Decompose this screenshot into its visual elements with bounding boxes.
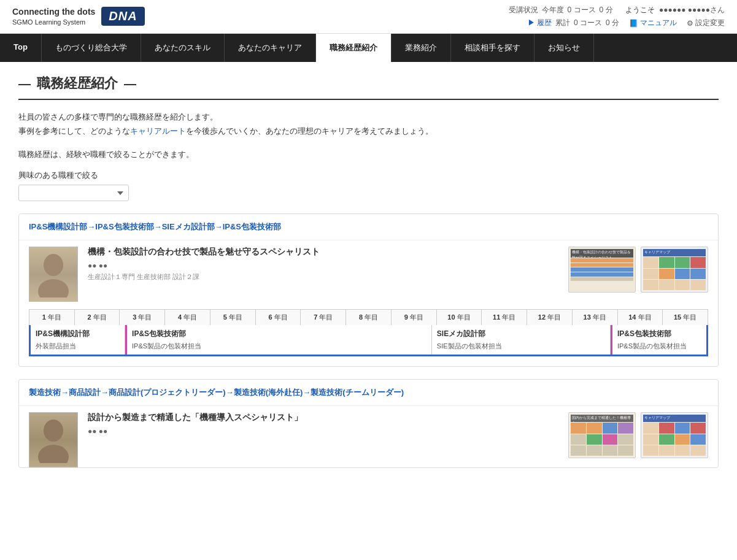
manual-icon: 📘: [629, 19, 638, 28]
dept-block-4: IP&S包装技術部 IP&S製品の包装材担当: [611, 325, 706, 355]
nav-item-consultant[interactable]: 相談相手を探す: [451, 34, 534, 62]
manual-link[interactable]: 📘 マニュアル: [629, 18, 677, 28]
page-description2: 職務経歴は、経験や職種で絞ることができます。: [18, 147, 719, 161]
thumbnail-1a[interactable]: 機構・包装設計の合わせ技で製品を魅せ守るスペシャリスト: [568, 247, 636, 293]
this-year-label: 今年度: [542, 5, 564, 15]
dept-block-1: IP&S機構設計部 外装部品担当: [31, 325, 125, 355]
svg-point-2: [44, 420, 63, 442]
header-links: ▶ 履歴 累計 0 コース 0 分 📘 マニュアル ⚙ 設定変更: [528, 18, 725, 28]
this-year-courses: 0 コース: [568, 5, 596, 15]
timeline-section-1: 1 年目 2 年目 3 年目 4 年目 5 年目 6 年目 7 年目 8 年目 …: [19, 309, 718, 366]
thumbnail-2b[interactable]: キャリアマップ: [641, 412, 708, 458]
gear-icon: ⚙: [687, 19, 693, 28]
filter-label: 興味のある職種で絞る: [18, 170, 719, 181]
career-card-1-header: IP&S機構設計部→IP&S包装技術部→SIEメカ設計部→IP&S包装技術部: [19, 214, 718, 240]
person-name-1: ●● ●●: [88, 261, 558, 270]
avatar-1: [29, 247, 78, 302]
thumbnail-2a[interactable]: 国内から完成まで精通した！機種導入スペシャリスト: [568, 412, 636, 458]
logo-text-block: Connecting the dots SGMO Learning System: [12, 6, 95, 28]
year-12: 12 年目: [527, 310, 573, 325]
dept-name-3: SIEメカ設計部: [437, 329, 605, 339]
career-card-2-header: 製造技術→商品設計→商品設計(プロジェクトリーダー)→製造技術(海外赴任)→製造…: [19, 380, 718, 405]
year-4: 4 年目: [165, 310, 210, 325]
dept-name-2: IP&S包装技術部: [132, 329, 426, 339]
page-description: 社員の皆さんの多様で専門的な職務経歴を紹介します。 事例を参考にして、どのような…: [18, 110, 719, 139]
logo-main: Connecting the dots: [12, 7, 95, 17]
career-path-2-link[interactable]: 製造技術→商品設計→商品設計(プロジェクトリーダー)→製造技術(海外赴任)→製造…: [29, 388, 404, 397]
thumbnail-1b[interactable]: キャリアマップ: [641, 247, 708, 293]
person-title-1: 機構・包装設計の合わせ技で製品を魅せ守るスペシャリスト: [88, 247, 558, 258]
avatar-2-image: [35, 417, 72, 463]
career-card-1: IP&S機構設計部→IP&S包装技術部→SIEメカ設計部→IP&S包装技術部 機…: [18, 213, 719, 367]
person-info-1: 機構・包装設計の合わせ技で製品を魅せ守るスペシャリスト ●● ●● 生産設計１専…: [88, 247, 558, 282]
history-link[interactable]: ▶ 履歴: [528, 18, 552, 28]
nav-item-business[interactable]: 業務紹介: [392, 34, 451, 62]
year-14: 14 年目: [618, 310, 663, 325]
dept-role-4: IP&S製品の包装材担当: [617, 342, 701, 351]
avatar-2: [29, 412, 78, 467]
header-status: 受講状況 今年度 0 コース 0 分 ようこそ ●●●●●● ●●●●●さん: [509, 5, 725, 15]
career-path-1-link[interactable]: IP&S機構設計部→IP&S包装技術部→SIEメカ設計部→IP&S包装技術部: [29, 222, 281, 231]
career-card-1-body: 機構・包装設計の合わせ技で製品を魅せ守るスペシャリスト ●● ●● 生産設計１専…: [19, 240, 718, 302]
year-2: 2 年目: [75, 310, 120, 325]
cumulative-block: ▶ 履歴 累計 0 コース 0 分: [528, 18, 619, 28]
dept-name-4: IP&S包装技術部: [617, 329, 701, 339]
nav-item-news[interactable]: お知らせ: [534, 34, 594, 62]
page-header: Connecting the dots SGMO Learning System…: [0, 0, 737, 34]
year-1: 1 年目: [29, 310, 75, 325]
card-thumbnails-1: 機構・包装設計の合わせ技で製品を魅せ守るスペシャリスト キャリアマップ: [568, 247, 708, 293]
logo-area: Connecting the dots SGMO Learning System…: [12, 6, 145, 28]
svg-point-3: [38, 445, 69, 463]
cumulative-time: 0 分: [606, 18, 619, 28]
dept-block-3: SIEメカ設計部 SIE製品の包装材担当: [432, 325, 611, 355]
card-thumbnails-2: 国内から完成まで精通した！機種導入スペシャリスト キャリアマップ: [568, 412, 708, 458]
dept-role-3: SIE製品の包装材担当: [437, 342, 605, 351]
career-card-2-body: 設計から製造まで精通した「機種導入スペシャリスト」 ●● ●● 国内から完成まで…: [19, 405, 718, 467]
person-info-2: 設計から製造まで精通した「機種導入スペシャリスト」 ●● ●●: [88, 412, 558, 438]
dept-role-1: 外装部品担当: [36, 342, 120, 351]
settings-link[interactable]: ⚙ 設定変更: [687, 18, 725, 28]
dept-block-2: IP&S包装技術部 IP&S製品の包装材担当: [125, 325, 432, 355]
this-year-time: 0 分: [600, 5, 613, 15]
year-15: 15 年目: [663, 310, 708, 325]
header-right: 受講状況 今年度 0 コース 0 分 ようこそ ●●●●●● ●●●●●さん ▶…: [509, 5, 725, 28]
welcome-block: ようこそ ●●●●●● ●●●●●さん: [625, 5, 725, 15]
year-13: 13 年目: [573, 310, 618, 325]
main-nav: Top ものづくり総合大学 あなたのスキル あなたのキャリア 職務経歴紹介 業務…: [0, 34, 737, 62]
welcome-label: ようこそ: [625, 6, 655, 14]
year-3: 3 年目: [120, 310, 165, 325]
highlight-text: キャリアルート: [130, 126, 186, 136]
cumulative-courses: 0 コース: [574, 18, 602, 28]
year-6: 6 年目: [256, 310, 301, 325]
desc-line3: 職務経歴は、経験や職種で絞ることができます。: [18, 147, 719, 161]
desc-line2: 事例を参考にして、どのようなキャリアルートを今後歩んでいくか、あなたの理想のキャ…: [18, 124, 719, 138]
nav-item-skill[interactable]: あなたのスキル: [141, 34, 225, 62]
title-dash-right: ―: [124, 77, 136, 91]
logo-sub: SGMO Learning System: [12, 18, 85, 26]
dna-badge: DNA: [101, 7, 144, 26]
person-name-2: ●● ●●: [88, 427, 558, 435]
filter-section: 興味のある職種で絞る: [18, 170, 719, 201]
year-8: 8 年目: [346, 310, 392, 325]
nav-item-top[interactable]: Top: [0, 34, 42, 62]
title-dash-left: ―: [18, 77, 31, 91]
settings-label: 設定変更: [695, 18, 725, 28]
dept-timeline-1: IP&S機構設計部 外装部品担当 IP&S包装技術部 IP&S製品の包装材担当 …: [29, 325, 708, 356]
status-block: 受講状況 今年度 0 コース 0 分: [509, 5, 613, 15]
nav-item-career[interactable]: あなたのキャリア: [225, 34, 316, 62]
job-type-filter[interactable]: [18, 185, 129, 201]
year-7: 7 年目: [301, 310, 346, 325]
dept-name-1: IP&S機構設計部: [36, 329, 120, 339]
nav-item-career-history[interactable]: 職務経歴紹介: [316, 34, 392, 62]
cumulative-label: 累計: [555, 18, 570, 28]
nav-item-monozukuri[interactable]: ものづくり総合大学: [42, 34, 141, 62]
status-label: 受講状況: [509, 5, 538, 15]
person-dept-1: 生産設計１専門 生産技術部 設計２課: [88, 272, 558, 282]
year-5: 5 年目: [210, 310, 256, 325]
year-11: 11 年目: [482, 310, 527, 325]
svg-point-0: [44, 254, 63, 276]
year-10: 10 年目: [437, 310, 482, 325]
page-content: ― 職務経歴紹介 ― 社員の皆さんの多様で専門的な職務経歴を紹介します。 事例を…: [0, 62, 737, 560]
career-card-2: 製造技術→商品設計→商品設計(プロジェクトリーダー)→製造技術(海外赴任)→製造…: [18, 379, 719, 468]
year-row-1: 1 年目 2 年目 3 年目 4 年目 5 年目 6 年目 7 年目 8 年目 …: [29, 309, 708, 325]
